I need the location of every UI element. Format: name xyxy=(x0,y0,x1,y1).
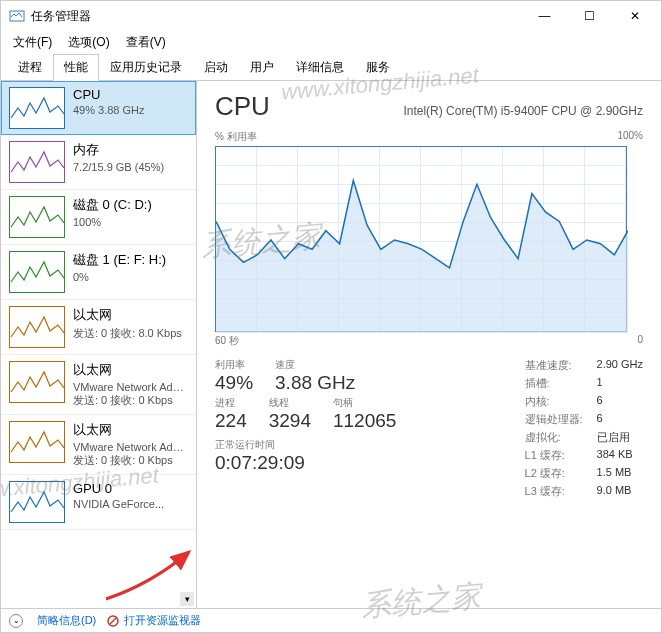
spec-label: L2 缓存: xyxy=(525,466,597,481)
monitor-icon xyxy=(106,614,120,628)
sidebar-item-title: 以太网 xyxy=(73,421,188,439)
sidebar-item-sub: VMware Network Adapter xyxy=(73,381,188,393)
sidebar[interactable]: CPU49% 3.88 GHz内存7.2/15.9 GB (45%)磁盘 0 (… xyxy=(1,81,197,608)
thumb-icon xyxy=(9,196,65,238)
sidebar-item-title: 以太网 xyxy=(73,306,182,324)
spec-label: 基准速度: xyxy=(525,358,597,373)
chart-xend: 0 xyxy=(637,334,643,348)
minimize-button[interactable]: — xyxy=(522,1,567,31)
thumb-icon xyxy=(9,421,65,463)
menu-options[interactable]: 选项(O) xyxy=(60,32,117,53)
brief-info-link[interactable]: 简略信息(D) xyxy=(37,613,96,628)
thumb-icon xyxy=(9,481,65,523)
sidebar-item-cpu[interactable]: CPU49% 3.88 GHz xyxy=(1,81,196,135)
stat-label: 进程 xyxy=(215,396,247,410)
stat-value: 3.88 GHz xyxy=(275,372,355,394)
stat-label: 线程 xyxy=(269,396,311,410)
thumb-icon xyxy=(9,361,65,403)
sidebar-item-disk1[interactable]: 磁盘 1 (E: F: H:)0% xyxy=(1,245,196,300)
tab-performance[interactable]: 性能 xyxy=(53,54,99,81)
stat-value: 49% xyxy=(215,372,253,394)
chart-ymax: 100% xyxy=(617,130,643,144)
sidebar-item-title: CPU xyxy=(73,87,145,102)
tab-services[interactable]: 服务 xyxy=(355,54,401,81)
resource-monitor-link[interactable]: 打开资源监视器 xyxy=(106,613,201,628)
thumb-icon xyxy=(9,251,65,293)
stat-value: 112065 xyxy=(333,410,396,432)
svg-line-2 xyxy=(110,618,116,624)
spec-value: 9.0 MB xyxy=(597,484,632,499)
stat-value: 3294 xyxy=(269,410,311,432)
cpu-model: Intel(R) Core(TM) i5-9400F CPU @ 2.90GHz xyxy=(403,104,643,118)
spec-value: 6 xyxy=(597,394,603,409)
tab-startup[interactable]: 启动 xyxy=(193,54,239,81)
sidebar-item-title: 磁盘 0 (C: D:) xyxy=(73,196,152,214)
sidebar-item-title: 以太网 xyxy=(73,361,188,379)
uptime-value: 0:07:29:09 xyxy=(215,452,497,474)
spec-label: 虚拟化: xyxy=(525,430,597,445)
sidebar-item-sub: 100% xyxy=(73,216,152,228)
chart-xstart: 60 秒 xyxy=(215,334,239,348)
sidebar-item-title: 磁盘 1 (E: F: H:) xyxy=(73,251,166,269)
spec-label: 逻辑处理器: xyxy=(525,412,597,427)
sidebar-item-sub: 49% 3.88 GHz xyxy=(73,104,145,116)
close-button[interactable]: ✕ xyxy=(612,1,657,31)
footer: ⌄ 简略信息(D) 打开资源监视器 xyxy=(1,608,661,632)
stat-value: 224 xyxy=(215,410,247,432)
spec-value: 已启用 xyxy=(597,430,630,445)
tab-details[interactable]: 详细信息 xyxy=(285,54,355,81)
tab-users[interactable]: 用户 xyxy=(239,54,285,81)
menubar: 文件(F) 选项(O) 查看(V) xyxy=(1,31,661,53)
maximize-button[interactable]: ☐ xyxy=(567,1,612,31)
spec-label: L3 缓存: xyxy=(525,484,597,499)
uptime-label: 正常运行时间 xyxy=(215,438,497,452)
chart-ylabel: % 利用率 xyxy=(215,130,257,144)
sidebar-item-eth0[interactable]: 以太网发送: 0 接收: 8.0 Kbps xyxy=(1,300,196,355)
menu-file[interactable]: 文件(F) xyxy=(5,32,60,53)
sidebar-item-sub: NVIDIA GeForce... xyxy=(73,498,164,510)
sidebar-item-sub: 0% xyxy=(73,271,166,283)
spec-label: 内核: xyxy=(525,394,597,409)
sidebar-item-sub: 7.2/15.9 GB (45%) xyxy=(73,161,164,173)
sidebar-item-disk0[interactable]: 磁盘 0 (C: D:)100% xyxy=(1,190,196,245)
tabs: 进程 性能 应用历史记录 启动 用户 详细信息 服务 xyxy=(1,53,661,81)
sidebar-item-eth2[interactable]: 以太网VMware Network Adapter发送: 0 接收: 0 Kbp… xyxy=(1,415,196,475)
tab-processes[interactable]: 进程 xyxy=(7,54,53,81)
sidebar-item-title: GPU 0 xyxy=(73,481,164,496)
sidebar-item-sub: 发送: 0 接收: 8.0 Kbps xyxy=(73,326,182,341)
chevron-down-icon[interactable]: ⌄ xyxy=(9,614,23,628)
stat-label: 速度 xyxy=(275,358,355,372)
spec-value: 2.90 GHz xyxy=(597,358,643,373)
app-icon xyxy=(9,8,25,24)
scroll-down-icon[interactable]: ▾ xyxy=(180,592,194,606)
sidebar-item-mem[interactable]: 内存7.2/15.9 GB (45%) xyxy=(1,135,196,190)
spec-label: 插槽: xyxy=(525,376,597,391)
spec-value: 1 xyxy=(597,376,603,391)
sidebar-item-title: 内存 xyxy=(73,141,164,159)
window-title: 任务管理器 xyxy=(31,8,522,25)
thumb-icon xyxy=(9,87,65,129)
stat-label: 句柄 xyxy=(333,396,396,410)
menu-view[interactable]: 查看(V) xyxy=(118,32,174,53)
sidebar-item-eth1[interactable]: 以太网VMware Network Adapter发送: 0 接收: 0 Kbp… xyxy=(1,355,196,415)
titlebar: 任务管理器 — ☐ ✕ xyxy=(1,1,661,31)
thumb-icon xyxy=(9,306,65,348)
spec-value: 384 KB xyxy=(597,448,633,463)
spec-label: L1 缓存: xyxy=(525,448,597,463)
sidebar-item-sub: VMware Network Adapter xyxy=(73,441,188,453)
cpu-chart xyxy=(215,146,627,332)
thumb-icon xyxy=(9,141,65,183)
tab-app-history[interactable]: 应用历史记录 xyxy=(99,54,193,81)
stat-label: 利用率 xyxy=(215,358,253,372)
sidebar-item-gpu0[interactable]: GPU 0NVIDIA GeForce... xyxy=(1,475,196,530)
panel-title: CPU xyxy=(215,91,270,122)
main-panel: CPU Intel(R) Core(TM) i5-9400F CPU @ 2.9… xyxy=(197,81,661,608)
spec-value: 1.5 MB xyxy=(597,466,632,481)
spec-value: 6 xyxy=(597,412,603,427)
